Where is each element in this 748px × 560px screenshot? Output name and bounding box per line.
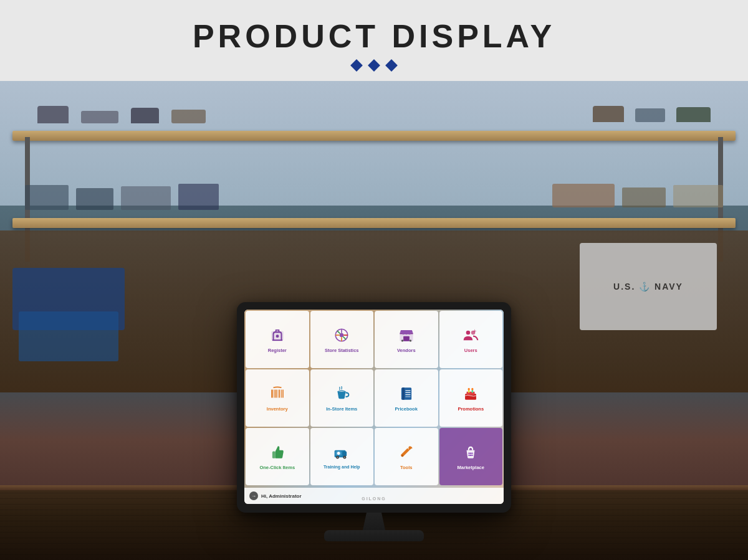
tile-marketplace[interactable]: Marketplace (439, 428, 503, 485)
marketplace-icon (463, 444, 479, 463)
svg-rect-25 (280, 389, 281, 397)
svg-rect-28 (402, 387, 404, 400)
store-statistics-label: Store Statistics (325, 348, 359, 353)
training-and-help-label: Training and Help (324, 465, 360, 470)
svg-point-49 (401, 455, 403, 457)
monitor-brand-label: GILONG (362, 496, 386, 501)
svg-point-54 (470, 454, 471, 455)
monitor-bezel: Register (237, 302, 511, 513)
svg-point-55 (471, 454, 472, 455)
svg-point-37 (468, 387, 470, 390)
svg-point-38 (471, 387, 473, 390)
svg-point-53 (469, 454, 470, 455)
svg-point-48 (344, 457, 345, 458)
svg-rect-34 (467, 391, 475, 394)
svg-point-16 (401, 339, 403, 341)
pricebook-icon (398, 386, 415, 404)
tile-pricebook[interactable]: Pricebook (375, 369, 438, 427)
svg-rect-12 (403, 336, 410, 341)
app-grid: Register (244, 310, 504, 486)
inventory-icon (269, 386, 285, 404)
tools-label: Tools (400, 465, 412, 470)
diamond-3 (385, 59, 398, 72)
tile-vendors[interactable]: Vendors (375, 311, 438, 368)
svg-rect-26 (282, 389, 284, 397)
svg-line-9 (343, 336, 346, 339)
monitor-screen: Register (244, 310, 504, 504)
tile-users[interactable]: Users (439, 311, 503, 368)
monitor-base (324, 530, 424, 541)
tile-store-statistics[interactable]: Store Statistics (310, 311, 374, 368)
marketplace-label: Marketplace (458, 465, 484, 470)
svg-point-3 (340, 333, 344, 337)
tile-one-click-items[interactable]: One-Click Items (246, 428, 309, 485)
tile-tools[interactable]: Tools (375, 428, 438, 485)
tile-training-and-help[interactable]: Training and Help (310, 428, 374, 485)
pricebook-label: Pricebook (395, 406, 418, 412)
svg-rect-23 (277, 389, 278, 397)
svg-point-15 (408, 331, 411, 335)
users-icon (463, 327, 479, 346)
statusbar-avatar: → (249, 491, 258, 500)
svg-point-52 (471, 452, 472, 453)
svg-point-18 (466, 330, 471, 335)
in-store-items-label: In-Store Items (326, 406, 357, 412)
svg-rect-20 (271, 389, 272, 397)
vendors-icon (398, 327, 415, 346)
monitor: Register (237, 302, 511, 541)
statusbar-text: Hi, Administrator (261, 493, 302, 499)
one-click-items-label: One-Click Items (259, 465, 295, 470)
statusbar: → Hi, Administrator (244, 488, 504, 504)
register-label: Register (268, 348, 287, 353)
training-and-help-icon (333, 444, 350, 463)
svg-point-14 (405, 331, 408, 335)
page-title: PRODUCT DISPLAY (0, 17, 748, 55)
svg-point-17 (410, 339, 411, 341)
monitor-neck (355, 513, 393, 530)
svg-point-50 (469, 452, 470, 453)
tools-icon (398, 444, 415, 463)
svg-line-8 (337, 331, 340, 333)
diamond-1 (350, 59, 363, 72)
svg-point-1 (276, 335, 279, 338)
register-icon (269, 327, 285, 346)
svg-rect-22 (276, 389, 277, 397)
tile-register[interactable]: Register (246, 311, 309, 368)
diamond-2 (368, 59, 380, 72)
one-click-items-icon (269, 444, 285, 463)
svg-point-13 (401, 331, 405, 335)
tile-in-store-items[interactable]: In-Store Items (310, 369, 374, 427)
svg-point-46 (337, 457, 338, 458)
svg-point-51 (470, 452, 471, 453)
tile-inventory[interactable]: Inventory (246, 369, 309, 427)
svg-rect-44 (337, 452, 340, 453)
vendors-label: Vendors (397, 348, 416, 353)
promotions-icon (463, 386, 479, 404)
users-label: Users (464, 348, 477, 353)
store-statistics-icon (333, 327, 350, 346)
decorative-diamonds (0, 61, 748, 70)
svg-rect-41 (343, 451, 347, 456)
svg-rect-21 (274, 389, 274, 397)
in-store-items-icon (333, 386, 350, 404)
svg-rect-39 (272, 451, 276, 458)
tile-promotions[interactable]: Promotions (439, 369, 503, 427)
svg-rect-24 (279, 389, 280, 397)
inventory-label: Inventory (267, 406, 288, 412)
header-section: PRODUCT DISPLAY (0, 0, 748, 81)
promotions-label: Promotions (458, 406, 484, 412)
